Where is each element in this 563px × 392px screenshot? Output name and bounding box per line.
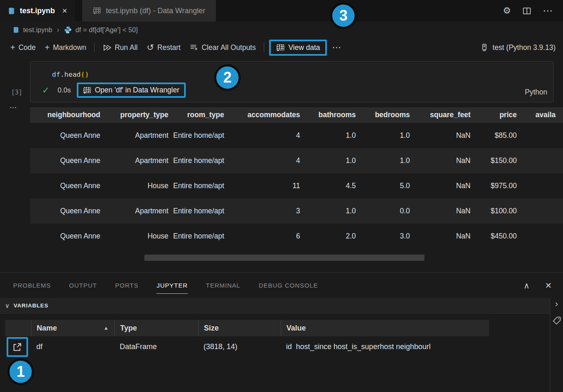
kernel-picker-button[interactable]: test (Python 3.9.13): [480, 43, 563, 52]
cell-value: NaN: [414, 206, 475, 216]
code-token-dot: .: [60, 71, 64, 78]
variable-row-df[interactable]: df DataFrame (3818, 14) id host_since ho…: [5, 336, 550, 357]
view-data-button[interactable]: View data: [269, 40, 327, 56]
table-row: Queen Anne Apartment Entire home/apt 3 1…: [30, 198, 563, 224]
type-column-header[interactable]: Type: [114, 320, 198, 336]
table-row: Queen Anne House Entire home/apt 11 4.5 …: [30, 173, 563, 198]
notebook-toolbar: + Code + Markdown Run All ↺ Restart Clea…: [0, 38, 563, 57]
callout-badge-2: 2: [214, 64, 241, 91]
cell-value: 6: [229, 231, 304, 241]
restart-icon: ↺: [147, 45, 154, 50]
more-actions-icon[interactable]: ⋯: [543, 5, 553, 17]
breadcrumb-file[interactable]: test.ipynb: [23, 26, 52, 34]
split-editor-icon[interactable]: [523, 7, 531, 15]
tab-notebook[interactable]: test.ipynb ✕: [0, 0, 75, 21]
output-collapse-button[interactable]: ⋯: [9, 103, 17, 112]
horizontal-scrollbar[interactable]: [144, 255, 424, 261]
cell-value: 5.0: [360, 181, 414, 191]
add-code-label: Code: [19, 43, 36, 52]
value-column-header[interactable]: Value: [281, 320, 489, 336]
tab-jupyter[interactable]: JUPYTER: [156, 277, 187, 294]
data-wrangler-icon: [276, 43, 285, 52]
variable-value: id host_since host_is_superhost neighbou…: [281, 342, 545, 351]
toolbar-more-icon[interactable]: ⋯: [327, 42, 346, 53]
tab-terminal[interactable]: TERMINAL: [206, 277, 241, 294]
cell-value: Queen Anne: [30, 156, 104, 165]
data-wrangler-icon: [83, 86, 91, 94]
tag-icon[interactable]: [552, 316, 561, 325]
name-column-header[interactable]: Name ▲: [31, 320, 114, 336]
cell-value: Apartment: [104, 131, 173, 140]
vscode-window: test.ipynb ✕ test.ipynb (df) - Data Wran…: [0, 0, 563, 392]
cell-value: 3.0: [360, 231, 414, 241]
variables-section-header[interactable]: ∨ VARIABLES: [0, 298, 550, 314]
variable-name: df: [31, 342, 114, 351]
show-variable-in-data-viewer-button[interactable]: [7, 337, 28, 357]
type-header-label: Type: [120, 324, 137, 333]
chevron-right-icon[interactable]: ›: [555, 299, 558, 309]
cell-value: Apartment: [104, 156, 173, 165]
kernel-label: test (Python 3.9.13): [492, 43, 556, 52]
dataframe-output: neighbourhood property_type room_type ac…: [30, 107, 563, 249]
clear-all-outputs-button[interactable]: Clear All Outputs: [185, 41, 260, 54]
notebook-cell[interactable]: df.head() ✓ 0.0s Open 'df' in Data Wrang…: [30, 61, 554, 102]
view-data-label: View data: [289, 43, 320, 52]
maximize-panel-icon[interactable]: ∧: [524, 281, 530, 290]
cell-value: Queen Anne: [30, 181, 104, 191]
cell-value: NaN: [414, 156, 475, 165]
cell-value: Entire home/apt: [173, 206, 229, 216]
close-panel-icon[interactable]: ✕: [545, 281, 552, 290]
cell-value: Queen Anne: [30, 131, 104, 140]
cell-language-picker[interactable]: Python: [525, 88, 547, 97]
run-all-icon: [102, 44, 111, 52]
cell-value: 1.0: [304, 206, 360, 216]
cell-value: 1.0: [360, 131, 414, 140]
tab-bar-actions: ⚙ ⋯: [503, 0, 563, 21]
editor-tab-bar: test.ipynb ✕ test.ipynb (df) - Data Wran…: [0, 0, 563, 21]
cell-value: 4: [229, 156, 304, 165]
restart-button[interactable]: ↺ Restart: [142, 41, 185, 54]
cell-value: 11: [229, 181, 304, 191]
callout-badge-3: 3: [330, 2, 357, 29]
tab-output[interactable]: OUTPUT: [69, 277, 97, 294]
run-all-label: Run All: [115, 43, 137, 52]
add-markdown-button[interactable]: + Markdown: [40, 40, 91, 55]
code-token-head: head: [64, 71, 81, 78]
open-df-in-data-wrangler-button[interactable]: Open 'df' in Data Wrangler: [77, 83, 186, 98]
tab-problems[interactable]: PROBLEMS: [13, 277, 51, 294]
variables-title: VARIABLES: [14, 302, 48, 309]
add-code-button[interactable]: + Code: [6, 40, 40, 55]
table-row: Queen Anne Apartment Entire home/apt 4 1…: [30, 123, 563, 148]
cell-value: $85.00: [475, 131, 520, 140]
tab-debug-console[interactable]: DEBUG CONSOLE: [259, 277, 318, 294]
cell-value: Entire home/apt: [173, 231, 229, 241]
size-header-label: Size: [204, 324, 219, 333]
variables-table-header: Name ▲ Type Size Value: [5, 320, 489, 336]
dataframe-header-row: neighbourhood property_type room_type ac…: [30, 107, 563, 123]
cell-value: Queen Anne: [30, 206, 104, 216]
column-header: price: [475, 110, 520, 120]
cell-value: House: [104, 231, 173, 241]
chevron-down-icon: ∨: [5, 302, 9, 309]
cell-code[interactable]: df.head(): [52, 71, 89, 78]
kernel-icon: [480, 43, 488, 52]
close-icon[interactable]: ✕: [62, 7, 67, 15]
tab-ports[interactable]: PORTS: [115, 277, 138, 294]
toolbar-separator: [264, 43, 264, 52]
chevron-right-icon: ›: [56, 26, 60, 34]
size-column-header[interactable]: Size: [198, 320, 281, 336]
breadcrumb-cell[interactable]: df = df[df['Age'] < 50]: [76, 26, 138, 34]
variable-size: (3818, 14): [198, 342, 281, 351]
execution-count: [3]: [11, 89, 22, 96]
cell-value: NaN: [414, 231, 475, 241]
column-header: room_type: [173, 110, 229, 120]
run-all-button[interactable]: Run All: [98, 41, 142, 54]
open-df-label: Open 'df' in Data Wrangler: [95, 86, 180, 94]
open-in-data-wrangler-icon: [12, 342, 22, 352]
tab-data-wrangler[interactable]: test.ipynb (df) - Data Wrangler: [82, 0, 216, 21]
cell-value: NaN: [414, 181, 475, 191]
plus-icon: +: [10, 43, 15, 52]
cell-value: 1.0: [304, 156, 360, 165]
gear-icon[interactable]: ⚙: [503, 5, 511, 16]
column-header: neighbourhood: [30, 110, 104, 120]
